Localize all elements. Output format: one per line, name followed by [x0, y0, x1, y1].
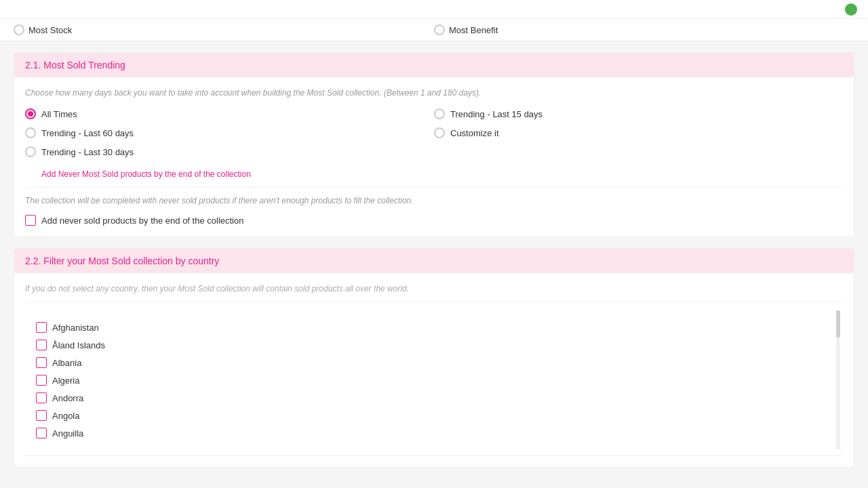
never-sold-link[interactable]: Add Never Most Sold products by the end …	[41, 169, 843, 179]
section-21-body: Choose how many days back you want to ta…	[14, 77, 854, 237]
radio-trending-60-button[interactable]	[25, 127, 36, 138]
country-angola-label: Angola	[52, 411, 79, 421]
bottom-divider	[25, 455, 843, 456]
section-22-body: If you do not select any country, then y…	[14, 273, 854, 467]
radio-trending-60-label: Trending - Last 60 days	[41, 128, 134, 138]
trending-radio-grid: All Times Trending - Last 15 days Trendi…	[25, 107, 843, 159]
checkbox-andorra[interactable]	[36, 392, 47, 403]
never-sold-note: The collection will be completed with ne…	[25, 196, 843, 205]
scrollbar-thumb[interactable]	[836, 310, 840, 338]
checkbox-algeria[interactable]	[36, 375, 47, 386]
divider-1	[25, 187, 843, 188]
radio-trending-15[interactable]: Trending - Last 15 days	[434, 107, 843, 121]
radio-customize-label: Customize it	[450, 128, 499, 138]
radio-trending-15-button[interactable]	[434, 108, 445, 119]
country-info-note: If you do not select any country, then y…	[25, 284, 843, 293]
country-albania-label: Albania	[52, 358, 81, 368]
checkbox-albania[interactable]	[36, 357, 47, 368]
country-anguilla-label: Anguilla	[52, 428, 83, 439]
radio-trending-15-label: Trending - Last 15 days	[450, 109, 542, 119]
country-aland-label: Åland Islands	[52, 340, 105, 350]
checkbox-angola[interactable]	[36, 410, 47, 421]
checkbox-never-sold-label: Add never sold products by the end of th…	[41, 216, 243, 226]
checkbox-never-sold[interactable]: Add never sold products by the end of th…	[25, 215, 843, 226]
radio-trending-60[interactable]: Trending - Last 60 days	[25, 126, 434, 140]
country-aland[interactable]: Åland Islands	[36, 336, 832, 354]
scrollbar-track	[836, 310, 840, 450]
checkbox-never-sold-box[interactable]	[25, 215, 36, 226]
radio-trending-30[interactable]: Trending - Last 30 days	[25, 145, 434, 159]
most-stock-label: Most Stock	[28, 25, 72, 35]
page-wrapper: Most Stock Most Benefit 2.1. Most Sold T…	[0, 0, 868, 488]
most-benefit-radio[interactable]	[434, 24, 445, 35]
radio-trending-30-button[interactable]	[25, 146, 36, 157]
country-andorra[interactable]: Andorra	[36, 389, 832, 407]
radio-all-times[interactable]: All Times	[25, 107, 434, 121]
country-algeria-label: Algeria	[52, 375, 79, 386]
checkbox-anguilla[interactable]	[36, 428, 47, 439]
country-list[interactable]: Afghanistan Åland Islands Albania	[25, 310, 843, 450]
radio-trending-30-label: Trending - Last 30 days	[41, 147, 134, 157]
top-bar	[0, 0, 868, 19]
country-afghanistan-label: Afghanistan	[52, 323, 99, 333]
section-21-helper: Choose how many days back you want to ta…	[25, 88, 843, 98]
radio-customize-button[interactable]	[434, 127, 445, 138]
country-angola[interactable]: Angola	[36, 407, 832, 424]
status-indicator	[845, 3, 857, 16]
most-stock-radio[interactable]	[14, 24, 24, 35]
main-content: 2.1. Most Sold Trending Choose how many …	[0, 41, 868, 488]
section-22-card: 2.2. Filter your Most Sold collection by…	[14, 248, 854, 468]
top-option-row: Most Stock Most Benefit	[0, 19, 868, 41]
radio-all-times-button[interactable]	[25, 108, 36, 119]
radio-customize[interactable]: Customize it	[434, 126, 843, 140]
section-22-title: 2.2. Filter your Most Sold collection by…	[25, 256, 219, 266]
country-albania[interactable]: Albania	[36, 354, 832, 371]
section-21-header: 2.1. Most Sold Trending	[14, 53, 854, 77]
country-algeria[interactable]: Algeria	[36, 371, 832, 389]
checkbox-aland[interactable]	[36, 340, 47, 350]
most-benefit-option[interactable]: Most Benefit	[434, 24, 854, 35]
section-21-title: 2.1. Most Sold Trending	[25, 60, 125, 70]
checkbox-afghanistan[interactable]	[36, 322, 47, 333]
country-divider	[25, 302, 843, 302]
radio-all-times-inner	[28, 111, 33, 117]
country-list-wrapper: Afghanistan Åland Islands Albania	[25, 310, 843, 450]
section-21-card: 2.1. Most Sold Trending Choose how many …	[14, 52, 854, 237]
country-anguilla[interactable]: Anguilla	[36, 424, 832, 442]
radio-grid-empty	[434, 145, 843, 159]
country-andorra-label: Andorra	[52, 393, 83, 403]
most-benefit-label: Most Benefit	[449, 25, 498, 35]
most-stock-option[interactable]: Most Stock	[14, 24, 434, 35]
section-22-header: 2.2. Filter your Most Sold collection by…	[14, 249, 854, 273]
country-afghanistan[interactable]: Afghanistan	[36, 319, 832, 336]
radio-all-times-label: All Times	[41, 109, 77, 119]
